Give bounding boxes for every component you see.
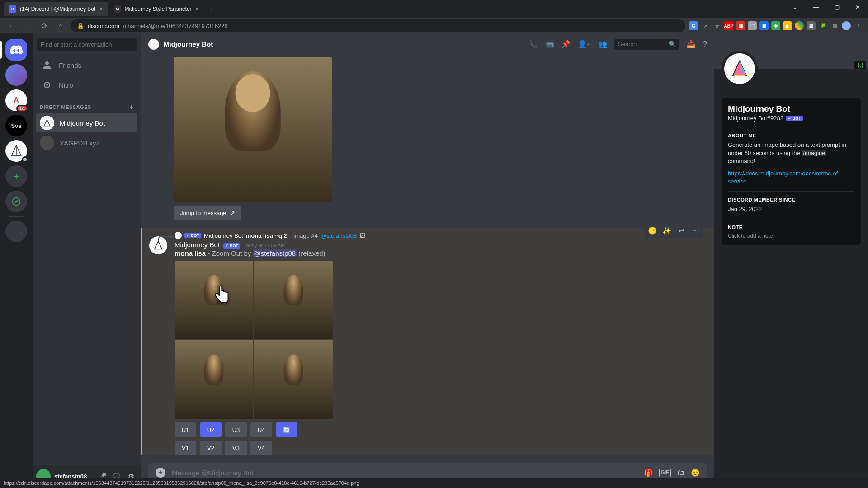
translate-icon[interactable]: G: [689, 21, 698, 30]
browser-tab-active[interactable]: D (14) Discord | @Midjourney Bot ×: [4, 2, 108, 16]
abp-icon[interactable]: ABP: [724, 21, 733, 30]
u1-button[interactable]: U1: [175, 422, 196, 437]
extensions-icon[interactable]: 🧩: [818, 21, 827, 30]
new-tab-button[interactable]: +: [204, 5, 219, 13]
ext-icon[interactable]: ◐: [783, 21, 792, 30]
profile-avatar[interactable]: [722, 51, 758, 87]
note-input[interactable]: Click to add a note: [728, 233, 854, 239]
v4-button[interactable]: V4: [250, 441, 272, 455]
notification-badge: 14: [16, 105, 28, 112]
profile-avatar[interactable]: [842, 21, 851, 30]
status-bar: https://cdn.discordapp.com/attachments/1…: [0, 478, 868, 488]
ref-avatar: [175, 232, 182, 239]
dm-yagpdb[interactable]: YAGPDB.xyz: [36, 133, 137, 152]
reroll-button[interactable]: 🔄: [276, 422, 297, 437]
sticker-button[interactable]: 🗂: [677, 469, 684, 477]
inbox-button[interactable]: 📥: [687, 40, 696, 48]
grid-image-2[interactable]: [254, 261, 333, 339]
url-path: /channels/@me/1063443749197316226: [123, 23, 228, 29]
conversation-search[interactable]: Find or start a conversation: [37, 38, 137, 51]
ext-icon[interactable]: ▣: [760, 21, 769, 30]
voice-call-button[interactable]: 📞: [529, 40, 538, 48]
dm-midjourney-bot[interactable]: Midjourney Bot: [36, 113, 137, 132]
add-dm-button[interactable]: +: [129, 103, 134, 111]
gift-button[interactable]: 🎁: [644, 469, 653, 477]
v3-button[interactable]: V3: [225, 441, 247, 455]
generated-image[interactable]: [174, 57, 332, 202]
jump-to-message-button[interactable]: Jump to message ↗: [174, 206, 241, 220]
server-icon[interactable]: [5, 64, 27, 86]
bot-tag: ✓ BOT: [184, 233, 201, 238]
maximize-button[interactable]: ▢: [826, 0, 847, 14]
ext-icon[interactable]: ▤: [807, 21, 816, 30]
home-button[interactable]: ⌂: [54, 19, 67, 32]
close-icon[interactable]: ×: [195, 5, 199, 13]
extension-icons: G ↗ ☆ ABP ▦ ⬚ ▣ ✚ ◐ ▤ 🧩 ▥ ⋮: [689, 21, 863, 30]
url-input[interactable]: 🔒 discord.com/channels/@me/1063443749197…: [71, 19, 685, 32]
variation-button-row: V1 V2 V3 V4: [175, 441, 707, 455]
add-friend-button[interactable]: 👤+: [578, 40, 591, 48]
message-author[interactable]: Midjourney Bot: [175, 241, 220, 249]
tos-link[interactable]: https://docs.midjourney.com/docs/terms-o…: [728, 170, 840, 185]
pin-button[interactable]: 📌: [561, 40, 571, 48]
member-since-date: Jan 29, 2022: [728, 205, 854, 213]
channel-sidebar: Find or start a conversation Friends Nit…: [33, 33, 141, 488]
discord-favicon: D: [9, 5, 16, 13]
browser-tab[interactable]: M Midjourney Style Parameter ×: [108, 2, 204, 16]
add-server-button[interactable]: +: [5, 165, 27, 187]
profile-sidebar: {.} Midjourney Bot Midjourney Bot#9282 ✓…: [714, 33, 868, 488]
server-icon[interactable]: A14: [5, 89, 27, 111]
u4-button[interactable]: U4: [250, 422, 272, 437]
close-icon[interactable]: ×: [99, 5, 103, 13]
about-text: Generate an image based on a text prompt…: [728, 141, 854, 166]
url-host: discord.com: [88, 23, 119, 29]
mention[interactable]: @stefanstp08: [253, 249, 297, 257]
explore-button[interactable]: [5, 191, 27, 212]
chevron-down-icon[interactable]: ⌄: [785, 0, 806, 14]
ref-prompt: mona lisa --q 2: [246, 232, 287, 239]
profile-toggle-button[interactable]: 👥: [598, 40, 607, 48]
window-controls: ⌄ — ▢ ✕: [785, 0, 868, 14]
u2-button[interactable]: U2: [200, 422, 222, 437]
download-button[interactable]: ↓: [5, 221, 27, 242]
bot-tag: ✓ BOT: [223, 243, 240, 249]
ext-icon[interactable]: ⬚: [748, 21, 757, 30]
grid-image-4[interactable]: [254, 340, 333, 419]
message-list[interactable]: Jump to message ↗ 😶 ✨ ↩ ⋯ ✓ BOT: [141, 55, 714, 463]
bookmark-icon[interactable]: ☆: [712, 21, 722, 30]
video-call-button[interactable]: 📹: [545, 40, 554, 48]
avatar: [40, 136, 54, 150]
friends-nav[interactable]: Friends: [36, 56, 137, 75]
home-server-icon[interactable]: [5, 39, 27, 61]
minimize-button[interactable]: —: [806, 0, 826, 14]
u3-button[interactable]: U3: [225, 422, 247, 437]
gif-button[interactable]: GIF: [659, 469, 671, 477]
close-button[interactable]: ✕: [847, 0, 868, 14]
menu-icon[interactable]: ⋮: [854, 21, 863, 30]
share-icon[interactable]: ↗: [701, 21, 710, 30]
ext-icon[interactable]: ▦: [736, 21, 745, 30]
attach-button[interactable]: +: [156, 468, 165, 478]
help-button[interactable]: ?: [703, 40, 707, 48]
grid-image-1[interactable]: [175, 261, 253, 339]
grid-image-3[interactable]: [175, 340, 253, 419]
sidepanel-icon[interactable]: ▥: [830, 21, 839, 30]
ref-mention[interactable]: @stefanstp08: [321, 232, 357, 239]
ext-icon[interactable]: [795, 21, 804, 30]
friends-label: Friends: [59, 61, 81, 69]
ext-icon[interactable]: ✚: [771, 21, 780, 30]
chat-search[interactable]: Search 🔍: [614, 39, 679, 50]
image-grid[interactable]: [175, 261, 333, 419]
forward-button[interactable]: →: [22, 19, 34, 32]
server-icon-midjourney[interactable]: [5, 140, 27, 162]
v1-button[interactable]: V1: [175, 441, 196, 455]
view-code-button[interactable]: {.}: [854, 61, 866, 69]
server-icon-svs[interactable]: Svs: [5, 115, 27, 136]
v2-button[interactable]: V2: [200, 441, 222, 455]
nitro-nav[interactable]: Nitro: [36, 75, 137, 94]
back-button[interactable]: ←: [5, 19, 18, 32]
emoji-button[interactable]: 😊: [691, 469, 700, 477]
message-block: Jump to message ↗: [141, 57, 714, 220]
reload-button[interactable]: ⟳: [38, 19, 51, 32]
reply-reference[interactable]: ✓ BOT Midjourney Bot mona lisa --q 2 - I…: [175, 232, 707, 239]
